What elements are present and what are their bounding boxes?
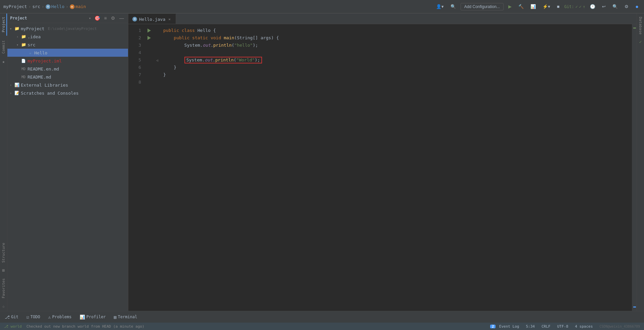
line-num-3: 3 xyxy=(128,42,145,49)
bookmark-gutter: ◁ xyxy=(154,24,161,311)
tree-item-ext-libs[interactable]: › 📊 External Libraries xyxy=(7,81,128,89)
tree-label-myproject: myProject xyxy=(21,26,44,31)
tree-item-myproject-iml[interactable]: › 📄 myProject.iml xyxy=(7,57,128,65)
tree-item-hello[interactable]: › ☕ Hello xyxy=(7,49,128,57)
code-line-2: public static void main(String[] args) { xyxy=(163,34,632,42)
ext-libs-icon: 📊 xyxy=(14,82,19,88)
collapse-all-button[interactable]: ≡ xyxy=(103,15,108,21)
favorites-star-icon[interactable]: ☆ xyxy=(0,302,7,311)
bookmark-5: ◁ xyxy=(154,56,161,64)
tab-hello-icon: H xyxy=(132,17,137,21)
bottom-toolbar: ⎇ Git ☑ TODO ⚠ Problems 📊 Profiler ▤ Ter… xyxy=(0,311,644,323)
tree-item-idea[interactable]: › 📁 .idea xyxy=(7,33,128,41)
todo-tool-icon: ☑ xyxy=(27,315,29,320)
run-arrow-2[interactable] xyxy=(147,36,152,40)
right-panel: Database ✓ xyxy=(637,13,644,311)
tree-item-readme[interactable]: › MD README.md xyxy=(7,73,128,81)
title-bar-right: 👤▾ 🔍 Add Configuration... ▶ 🔨 📊 ⚡▾ ■ Git… xyxy=(434,3,641,11)
breadcrumb: myProject › src › H Hello › m main xyxy=(3,4,86,9)
iml-icon: 📄 xyxy=(21,58,26,63)
terminal-tool[interactable]: ▤ Terminal xyxy=(112,314,139,320)
profile-run-button[interactable]: ⚡▾ xyxy=(541,3,552,10)
structure-panel-label[interactable]: Structure xyxy=(0,239,7,266)
breadcrumb-project[interactable]: myProject xyxy=(3,4,27,9)
undo-button[interactable]: ↩ xyxy=(600,3,608,10)
line-num-6: 6 xyxy=(128,64,145,71)
bookmark-4 xyxy=(154,49,161,56)
scratches-icon: 📝 xyxy=(14,90,19,96)
breadcrumb-src[interactable]: src xyxy=(32,4,40,9)
tree-item-myproject[interactable]: ▾ 📁 myProject E:\code\java\myProject xyxy=(7,25,128,33)
tree-item-scratches[interactable]: › 📝 Scratches and Consoles xyxy=(7,89,128,97)
run-marker-8 xyxy=(145,79,154,86)
close-panel-button[interactable]: — xyxy=(118,15,125,21)
help-button[interactable]: ● xyxy=(633,3,641,11)
add-configuration-button[interactable]: Add Configuration... xyxy=(461,3,504,10)
search-button[interactable]: 🔍 xyxy=(610,3,620,10)
project-panel: Project ▾ 🎯 ≡ ⚙ — ▾ 📁 myProject E:\code\… xyxy=(7,13,128,311)
position-status[interactable]: 5:34 xyxy=(524,324,536,329)
watermark-status: CSDN@weixin_43866709 xyxy=(598,324,641,329)
build-button[interactable]: 🔨 xyxy=(516,3,526,10)
git-history-button[interactable]: 🕐 xyxy=(588,3,597,10)
run-marker-7 xyxy=(145,71,154,79)
stop-button[interactable]: ■ xyxy=(555,3,562,10)
run-marker-2[interactable] xyxy=(145,34,154,42)
run-button[interactable]: ▶ xyxy=(506,3,514,10)
hello-icon: H xyxy=(46,4,50,9)
myproject-collapse-arrow: ▾ xyxy=(9,27,13,31)
commit-panel-label[interactable]: Commit xyxy=(0,37,7,57)
code-area[interactable]: public class Hello { public static void … xyxy=(161,24,632,311)
tab-label: Hello.java xyxy=(139,17,165,22)
editor-area: H Hello.java × 1 2 3 4 5 6 7 8 xyxy=(128,13,637,311)
src-folder-icon: 📁 xyxy=(21,42,26,47)
bulb-icon[interactable]: 💡 xyxy=(161,57,162,64)
plugins-icon[interactable]: ⊞ xyxy=(0,266,7,275)
profiler-tool[interactable]: 📊 Profiler xyxy=(78,314,108,320)
profiler-tool-icon: 📊 xyxy=(80,315,85,320)
database-panel-label[interactable]: Database xyxy=(637,13,644,38)
terminal-tool-icon: ▤ xyxy=(114,315,117,320)
todo-tool[interactable]: ☑ TODO xyxy=(25,314,42,320)
profile-button[interactable]: 👤▾ xyxy=(434,3,446,10)
git-tool-icon: ⎇ xyxy=(5,315,10,320)
project-root-icon: 📁 xyxy=(14,26,19,31)
breadcrumb-hello[interactable]: H Hello xyxy=(46,4,65,9)
settings-button[interactable]: ⚙ xyxy=(622,3,631,10)
favorites-panel-label[interactable]: Favorites xyxy=(0,275,7,302)
tab-hello-java[interactable]: H Hello.java × xyxy=(128,14,176,24)
event-log-status[interactable]: 2 Event Log xyxy=(489,324,520,329)
run-arrow-1[interactable] xyxy=(147,29,152,33)
panel-options-button[interactable]: ⚙ xyxy=(110,15,117,21)
right-gutter xyxy=(632,24,637,311)
idea-folder-icon: 📁 xyxy=(21,34,26,39)
tree-item-src[interactable]: ▾ 📁 src xyxy=(7,41,128,49)
panel-title-arrow[interactable]: ▾ xyxy=(89,16,91,20)
tree-label-idea: .idea xyxy=(28,34,41,39)
problems-tool[interactable]: ⚠ Problems xyxy=(46,314,74,320)
indentation-status[interactable]: 4 spaces xyxy=(574,324,594,329)
git-push-icon: ↑ xyxy=(583,4,585,9)
code-line-6: } xyxy=(163,64,632,71)
search-everywhere-button[interactable]: 🔍 xyxy=(448,3,458,10)
line-num-2: 2 xyxy=(128,34,145,42)
line-num-5: 5 xyxy=(128,56,145,64)
bookmark-icon-5: ◁ xyxy=(156,58,158,62)
editor-content: 1 2 3 4 5 6 7 8 xyxy=(128,24,637,311)
tree-item-readme-en[interactable]: › MD README.en.md xyxy=(7,65,128,73)
bookmark-3 xyxy=(154,42,161,49)
line-ending-status[interactable]: CRLF xyxy=(540,324,552,329)
bookmarks-icon[interactable]: ★ xyxy=(0,57,7,66)
line-num-4: 4 xyxy=(128,49,145,56)
git-tool[interactable]: ⎇ Git xyxy=(3,314,20,320)
coverage-button[interactable]: 📊 xyxy=(528,3,538,10)
git-status-bar[interactable]: ⎇ world xyxy=(3,324,23,329)
locate-file-button[interactable]: 🎯 xyxy=(93,15,101,21)
readme-en-icon: MD xyxy=(21,66,26,72)
tree-label-scratches: Scratches and Consoles xyxy=(21,91,79,96)
encoding-status[interactable]: UTF-8 xyxy=(556,324,569,329)
run-marker-1[interactable] xyxy=(145,27,154,34)
breadcrumb-main[interactable]: m main xyxy=(70,4,86,9)
tab-close-button[interactable]: × xyxy=(167,17,172,22)
project-panel-label[interactable]: Project xyxy=(0,13,7,36)
